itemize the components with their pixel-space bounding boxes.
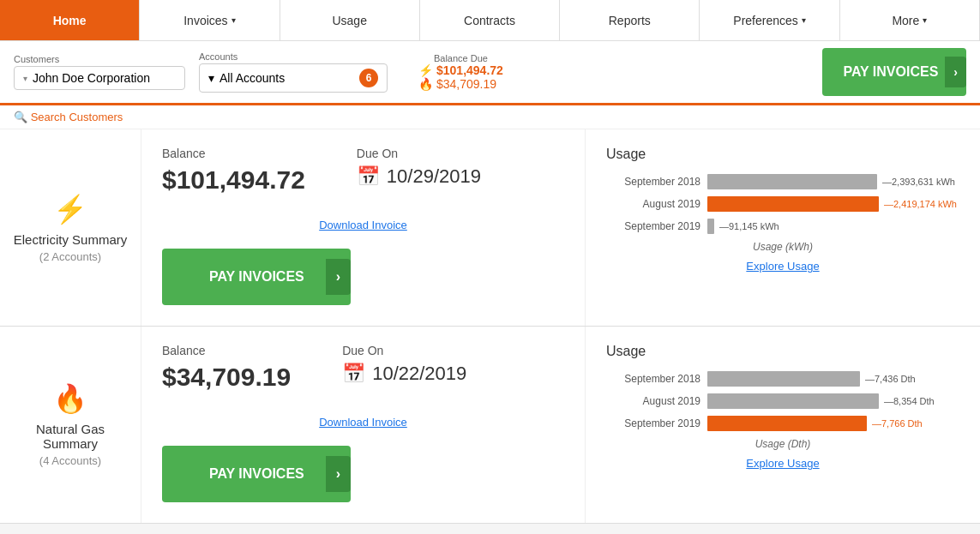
chart-row: August 2019—8,354 Dth [606, 393, 959, 409]
chart-bar-container: —7,436 Dth [707, 371, 959, 387]
chart-row-label: August 2019 [606, 395, 700, 407]
all-accounts-text: All Accounts [219, 71, 285, 85]
accounts-dropdown[interactable]: ▾ All Accounts 6 [199, 63, 388, 93]
chart-value: —2,419,174 kWh [884, 199, 957, 209]
balance-section: Balance Due ⚡ $101,494.72 🔥 $34,709.19 [418, 53, 503, 91]
gas-chart: September 2018—7,436 DthAugust 2019—8,35… [606, 371, 959, 431]
header-bar: Customers ▾ John Doe Corporation Account… [0, 41, 980, 105]
calendar-icon-gas: 📅 [342, 363, 365, 385]
gas-balance-value: $34,709.19 [162, 363, 291, 392]
balance-due-label: Balance Due [418, 53, 503, 63]
electricity-axis-label: Usage (kWh) [606, 241, 959, 253]
customer-dropdown[interactable]: ▾ John Doe Corporation [14, 66, 185, 90]
customer-name: John Doe Corporation [33, 71, 150, 85]
pay-invoices-button[interactable]: PAY INVOICES › [822, 48, 966, 96]
gas-axis-label: Usage (Dth) [606, 438, 959, 450]
electricity-title: Electricity Summary [14, 232, 128, 247]
chart-bar [707, 416, 867, 431]
electricity-balance-value: $101,494.72 [162, 165, 305, 195]
search-customers-label: Search Customers [31, 111, 123, 123]
nav-reports[interactable]: Reports [560, 0, 700, 40]
electricity-due-date: 📅 10/29/2019 [357, 165, 481, 188]
electricity-pay-label: PAY INVOICES [188, 269, 326, 285]
nav-home[interactable]: Home [0, 0, 140, 40]
electricity-chart: September 2018—2,393,631 kWhAugust 2019—… [606, 174, 959, 234]
nav-invoices-label: Invoices [183, 14, 227, 27]
electricity-card-middle: Balance $101,494.72 Due On 📅 10/29/2019 … [141, 129, 586, 326]
nav-usage[interactable]: Usage [280, 0, 420, 40]
nav-preferences[interactable]: Preferences ▾ [700, 0, 839, 40]
chart-bar-container: —2,419,174 kWh [707, 196, 959, 212]
gas-due-col: Due On 📅 10/22/2019 [342, 344, 466, 402]
nav-home-label: Home [53, 14, 87, 27]
bolt-icon: ⚡ [418, 63, 433, 77]
electricity-explore-link[interactable]: Explore Usage [606, 260, 959, 273]
chart-bar [707, 219, 714, 234]
chart-bar [707, 174, 877, 189]
gas-due-date-value: 10/22/2019 [372, 363, 466, 385]
nav-preferences-arrow: ▾ [802, 15, 806, 25]
nav-more-arrow: ▾ [923, 15, 927, 25]
gas-download-link[interactable]: Download Invoice [162, 416, 564, 429]
electricity-pay-button[interactable]: PAY INVOICES › [162, 249, 351, 305]
flame-icon: 🔥 [418, 77, 433, 91]
chart-bar-container: —8,354 Dth [707, 393, 959, 409]
electricity-balance-heading: Balance [162, 147, 305, 160]
calendar-icon-elec: 📅 [357, 165, 380, 188]
chart-value: —7,766 Dth [872, 418, 923, 429]
chart-bar-container: —7,766 Dth [707, 416, 959, 431]
chart-value: —91,145 kWh [719, 221, 779, 231]
chart-bar-container: —91,145 kWh [707, 219, 959, 234]
nav-contracts[interactable]: Contracts [420, 0, 560, 40]
chart-row-label: September 2019 [606, 417, 700, 429]
electricity-due-col: Due On 📅 10/29/2019 [357, 147, 481, 205]
search-customers-bar[interactable]: 🔍 Search Customers [0, 105, 980, 129]
chart-row-label: August 2019 [606, 198, 700, 210]
chart-bar [707, 371, 860, 387]
electricity-balance-row: ⚡ $101,494.72 [418, 63, 503, 77]
gas-subtitle: (4 Accounts) [39, 454, 101, 467]
electricity-balance-amount: $101,494.72 [436, 63, 503, 77]
electricity-subtitle: (2 Accounts) [39, 250, 101, 263]
nav-preferences-label: Preferences [733, 14, 797, 27]
electricity-download-link[interactable]: Download Invoice [162, 219, 564, 231]
electricity-usage-panel: Usage September 2018—2,393,631 kWhAugust… [586, 129, 980, 326]
chart-row: September 2018—7,436 Dth [606, 371, 959, 387]
customers-label: Customers [14, 54, 185, 64]
nav-usage-label: Usage [332, 14, 366, 27]
electricity-due-row: Balance $101,494.72 Due On 📅 10/29/2019 [162, 147, 564, 205]
gas-due-date: 📅 10/22/2019 [342, 363, 466, 385]
accounts-label: Accounts [199, 51, 388, 62]
gas-balance-col: Balance $34,709.19 [162, 344, 291, 402]
chart-row: August 2019—2,419,174 kWh [606, 196, 959, 212]
gas-usage-heading: Usage [606, 344, 959, 359]
dropdown-arrow-icon: ▾ [23, 74, 27, 83]
chart-row: September 2019—91,145 kWh [606, 219, 959, 234]
nav-invoices[interactable]: Invoices ▾ [140, 0, 280, 40]
electricity-usage-heading: Usage [606, 147, 959, 162]
chart-bar [707, 393, 879, 409]
gas-explore-link[interactable]: Explore Usage [606, 457, 959, 470]
gas-due-row: Balance $34,709.19 Due On 📅 10/22/2019 [162, 344, 564, 402]
chart-value: —7,436 Dth [865, 374, 916, 384]
gas-icon: 🔥 [53, 382, 87, 415]
electricity-due-heading: Due On [357, 147, 481, 160]
gas-card: 🔥 Natural Gas Summary (4 Accounts) Balan… [0, 327, 980, 524]
electricity-pay-arrow: › [326, 259, 351, 295]
gas-title: Natural Gas Summary [9, 422, 132, 451]
accounts-count-badge: 6 [359, 69, 378, 87]
electricity-card-left: ⚡ Electricity Summary (2 Accounts) [0, 129, 141, 326]
chart-value: —8,354 Dth [884, 396, 935, 406]
gas-pay-button[interactable]: PAY INVOICES › [162, 446, 351, 502]
gas-due-heading: Due On [342, 344, 466, 357]
pay-invoices-chevron: › [945, 57, 966, 87]
chart-bar [707, 196, 879, 212]
nav-more[interactable]: More ▾ [840, 0, 980, 40]
gas-usage-panel: Usage September 2018—7,436 DthAugust 201… [586, 327, 980, 523]
gas-balance-amount: $34,709.19 [436, 77, 496, 91]
chart-row: September 2018—2,393,631 kWh [606, 174, 959, 189]
electricity-icon: ⚡ [53, 193, 87, 225]
accounts-arrow-icon: ▾ [208, 71, 214, 85]
gas-balance-heading: Balance [162, 344, 291, 357]
customer-section: Customers ▾ John Doe Corporation [14, 54, 185, 90]
